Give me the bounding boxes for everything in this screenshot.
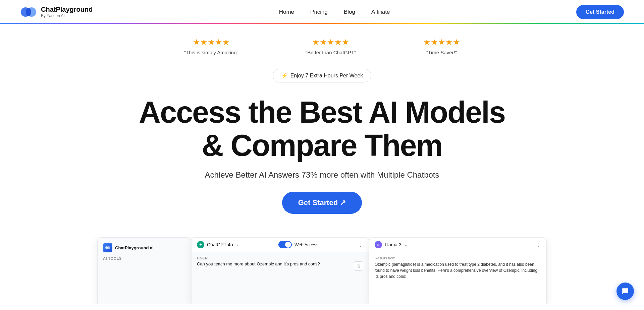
logo-subtitle: By Yaseen AI <box>41 13 93 18</box>
review-text-2: "Better than ChatGPT" <box>306 50 356 55</box>
ai-tools-label: AI TOOLS <box>103 256 185 260</box>
app-preview: ChatPlayground.ai AI TOOLS ✦ ChatGPT-4o … <box>0 237 644 304</box>
header: ChatPlayground By Yaseen AI Home Pricing… <box>0 0 644 24</box>
svg-point-2 <box>26 8 31 16</box>
model-chevron-icon: ⌄ <box>236 242 239 247</box>
hero-subtitle: Achieve Better AI Answers 73% more often… <box>0 170 644 180</box>
nav-pricing[interactable]: Pricing <box>310 9 328 15</box>
header-get-started-button[interactable]: Get Started <box>576 5 624 19</box>
user-label: USER <box>197 256 363 260</box>
preview-logo: ChatPlayground.ai <box>103 243 185 252</box>
logo-area: ChatPlayground By Yaseen AI <box>20 4 93 20</box>
preview-logo-name: ChatPlayground.ai <box>115 245 154 250</box>
review-2: ★★★★★ "Better than ChatGPT" <box>306 38 356 55</box>
preview-right-panel: ∞ Llama 3 ⌄ ⋮ Results from... Ozempic (s… <box>369 237 547 304</box>
badge-container: ⚡ Enjoy 7 Extra Hours Per Week <box>0 69 644 82</box>
chat-bubble-button[interactable] <box>616 283 634 300</box>
stars-2: ★★★★★ <box>312 38 349 47</box>
nav-affiliate[interactable]: Affiliate <box>371 9 390 15</box>
review-1: ★★★★★ "This is simply Amazing" <box>184 38 238 55</box>
middle-dots-menu[interactable]: ⋮ <box>358 242 363 248</box>
llama-model-name: Llama 3 <box>385 242 401 247</box>
logo-text-block: ChatPlayground By Yaseen AI <box>41 6 93 18</box>
hero-get-started-button[interactable]: Get Started ↗ <box>282 192 362 214</box>
stars-1: ★★★★★ <box>193 38 230 47</box>
llama-icon: ∞ <box>375 241 382 248</box>
toggle-track[interactable] <box>278 241 292 248</box>
chatgpt-model-name: ChatGPT-4o <box>207 242 233 247</box>
right-dots-menu[interactable]: ⋮ <box>536 242 541 248</box>
stars-3: ★★★★★ <box>423 38 460 47</box>
nav-home[interactable]: Home <box>279 9 294 15</box>
nav-blog[interactable]: Blog <box>344 9 355 15</box>
preview-left-panel: ChatPlayground.ai AI TOOLS <box>97 237 191 304</box>
ai-response-text: Ozempic (semaglutide) is a medication us… <box>375 261 541 280</box>
middle-body: USER Can you teach me more about Ozempic… <box>192 252 369 304</box>
preview-mini-icon <box>103 243 112 252</box>
logo-name: ChatPlayground <box>41 6 93 13</box>
hero-title: Access the Best AI Models & Compare Them <box>0 96 644 162</box>
svg-point-4 <box>107 246 110 249</box>
hero-section: Access the Best AI Models & Compare Them… <box>0 92 644 224</box>
middle-header: ✦ ChatGPT-4o ⌄ Web Access ⋮ <box>192 238 369 252</box>
chatgpt-icon: ✦ <box>197 241 204 248</box>
badge-text: Enjoy 7 Extra Hours Per Week <box>290 73 363 79</box>
copy-icon[interactable]: ⎘ <box>354 261 363 271</box>
hours-badge: ⚡ Enjoy 7 Extra Hours Per Week <box>273 69 372 82</box>
reviews-section: ★★★★★ "This is simply Amazing" ★★★★★ "Be… <box>0 24 644 62</box>
right-body: Results from... Ozempic (semaglutide) is… <box>369 252 546 304</box>
hero-title-line1: Access the Best AI Models <box>139 96 505 129</box>
review-text-1: "This is simply Amazing" <box>184 50 238 55</box>
main-nav: Home Pricing Blog Affiliate <box>279 9 390 15</box>
review-3: ★★★★★ "Time Saver!" <box>423 38 460 55</box>
chatgpt-model-selector[interactable]: ✦ ChatGPT-4o ⌄ <box>197 241 239 248</box>
review-text-3: "Time Saver!" <box>426 50 457 55</box>
lightning-icon: ⚡ <box>281 72 288 79</box>
logo-icon <box>20 4 37 20</box>
llama-model-selector[interactable]: ∞ Llama 3 ⌄ <box>375 241 408 248</box>
toggle-thumb <box>285 242 291 248</box>
user-message: Can you teach me more about Ozempic and … <box>197 261 354 266</box>
ai-response-label: Results from... <box>375 256 541 260</box>
llama-chevron-icon: ⌄ <box>404 242 408 247</box>
hero-title-line2: & Compare Them <box>202 129 442 162</box>
right-header: ∞ Llama 3 ⌄ ⋮ <box>369 238 546 252</box>
web-access-label: Web Access <box>294 242 318 247</box>
web-access-toggle[interactable]: Web Access <box>278 241 318 248</box>
preview-middle-panel: ✦ ChatGPT-4o ⌄ Web Access ⋮ USER Can you… <box>191 237 369 304</box>
